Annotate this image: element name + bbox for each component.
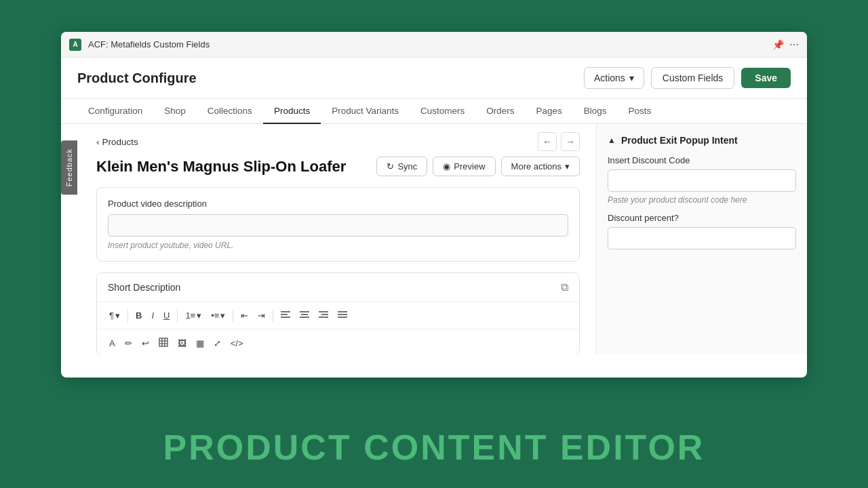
align-center-button[interactable] xyxy=(296,308,313,323)
outdent-icon: ⇤ xyxy=(241,310,248,321)
product-title: Klein Men's Magnus Slip-On Loafer xyxy=(96,158,346,176)
align-left-button[interactable] xyxy=(277,308,294,323)
undo-button[interactable]: ↩ xyxy=(138,336,153,351)
align-right-button[interactable] xyxy=(315,308,332,323)
breadcrumb-link-label: Products xyxy=(102,137,138,147)
paragraph-icon: ¶ xyxy=(109,310,114,321)
text-color-icon: A xyxy=(109,338,115,348)
italic-icon: I xyxy=(151,310,154,321)
align-right-icon xyxy=(319,310,328,321)
breadcrumb-back-arrow: ‹ xyxy=(96,137,100,147)
highlight-icon: ✏ xyxy=(125,338,132,348)
tab-collections[interactable]: Collections xyxy=(197,99,263,124)
browser-tab-title: ACF: Metafields Custom Fields xyxy=(88,39,766,49)
bottom-banner: PRODUCT CONTENT EDITOR xyxy=(0,407,868,488)
ordered-list-dropdown[interactable]: 1≡ ▾ xyxy=(181,308,205,323)
ol-arrow-icon: ▾ xyxy=(197,310,201,321)
right-section-title: Product Exit Popup Intent xyxy=(621,135,738,146)
tab-customers[interactable]: Customers xyxy=(410,99,475,124)
left-content: ‹ Products ← → xyxy=(80,124,596,354)
discount-percent-label: Discount percent? xyxy=(608,213,796,223)
align-left-icon xyxy=(281,310,290,321)
save-button[interactable]: Save xyxy=(741,68,791,88)
app-content: Product Configure Actions ▾ Custom Field… xyxy=(61,58,807,378)
pin-icon[interactable]: 📌 xyxy=(772,39,784,50)
product-actions: ↻ Sync ◉ Preview More actions ▾ xyxy=(376,157,580,176)
toolbar-sep-2 xyxy=(177,309,178,323)
prev-arrow-button[interactable]: ← xyxy=(538,132,557,151)
expand-button[interactable]: ⤢ xyxy=(210,336,225,351)
ul-icon: •≡ xyxy=(211,310,219,321)
actions-label: Actions xyxy=(594,73,625,83)
browser-controls: 📌 ⋯ xyxy=(772,39,799,50)
right-section-header: ▲ Product Exit Popup Intent xyxy=(608,135,796,146)
highlight-button[interactable]: ✏ xyxy=(121,336,136,351)
tab-blogs[interactable]: Blogs xyxy=(573,99,618,124)
editor-toolbar-row2: A ✏ ↩ xyxy=(97,329,579,354)
undo-icon: ↩ xyxy=(142,338,149,348)
actions-button[interactable]: Actions ▾ xyxy=(584,67,644,89)
save-label: Save xyxy=(755,73,777,83)
collapse-icon[interactable]: ▲ xyxy=(608,136,616,145)
tab-configuration[interactable]: Configuration xyxy=(77,99,153,124)
align-justify-icon xyxy=(338,310,347,321)
nav-arrows: ← → xyxy=(538,132,580,151)
more-actions-arrow-icon: ▾ xyxy=(565,161,570,171)
bold-button[interactable]: B xyxy=(132,308,146,323)
more-options-icon[interactable]: ⋯ xyxy=(789,39,799,50)
align-center-icon xyxy=(300,310,309,321)
unordered-list-dropdown[interactable]: •≡ ▾ xyxy=(207,308,229,323)
feedback-label[interactable]: Feedback xyxy=(61,140,77,195)
tab-posts[interactable]: Posts xyxy=(618,99,663,124)
more-actions-button[interactable]: More actions ▾ xyxy=(501,157,580,176)
italic-button[interactable]: I xyxy=(147,308,158,323)
svg-rect-12 xyxy=(159,338,167,346)
header-bar: Product Configure Actions ▾ Custom Field… xyxy=(61,58,807,99)
preview-button[interactable]: ◉ Preview xyxy=(433,157,495,176)
media-button[interactable]: ▦ xyxy=(192,336,208,351)
code-icon: </> xyxy=(231,338,243,348)
ol-icon: 1≡ xyxy=(185,310,195,321)
custom-fields-button[interactable]: Custom Fields xyxy=(651,67,734,89)
indent-button[interactable]: ⇥ xyxy=(254,308,269,323)
image-button[interactable]: 🖼 xyxy=(174,336,191,351)
prev-arrow-icon: ← xyxy=(542,136,552,147)
tab-pages[interactable]: Pages xyxy=(526,99,573,124)
short-desc-section: Short Description ⧉ ¶ ▾ B xyxy=(96,272,580,354)
copy-icon[interactable]: ⧉ xyxy=(561,281,568,293)
tab-products[interactable]: Products xyxy=(263,99,321,124)
feedback-sidebar[interactable]: Feedback xyxy=(61,140,77,195)
ul-arrow-icon: ▾ xyxy=(220,310,225,321)
discount-code-input[interactable] xyxy=(608,169,796,192)
table-icon xyxy=(159,338,168,349)
underline-icon: U xyxy=(163,310,170,321)
align-justify-button[interactable] xyxy=(334,308,351,323)
custom-fields-label: Custom Fields xyxy=(663,73,723,83)
media-icon: ▦ xyxy=(196,338,204,348)
short-desc-header: Short Description ⧉ xyxy=(97,273,579,302)
table-button[interactable] xyxy=(155,335,172,352)
toolbar-sep-4 xyxy=(273,309,273,323)
text-color-button[interactable]: A xyxy=(105,336,119,351)
discount-percent-input[interactable] xyxy=(608,227,796,249)
tab-shop[interactable]: Shop xyxy=(153,99,197,124)
breadcrumb[interactable]: ‹ Products xyxy=(96,137,138,147)
code-button[interactable]: </> xyxy=(226,336,248,351)
preview-icon: ◉ xyxy=(443,161,450,171)
underline-button[interactable]: U xyxy=(159,308,174,323)
sync-icon: ↻ xyxy=(387,161,394,171)
video-field-input[interactable] xyxy=(108,214,568,237)
video-field-section: Product video description Insert product… xyxy=(96,187,580,262)
bold-icon: B xyxy=(136,310,142,321)
tab-orders[interactable]: Orders xyxy=(475,99,525,124)
sync-button[interactable]: ↻ Sync xyxy=(376,157,427,176)
short-desc-label: Short Description xyxy=(108,282,180,293)
expand-icon: ⤢ xyxy=(214,338,221,348)
outdent-button[interactable]: ⇤ xyxy=(237,308,252,323)
browser-chrome: A ACF: Metafields Custom Fields 📌 ⋯ xyxy=(61,32,807,58)
tab-product-variants[interactable]: Product Variants xyxy=(321,99,410,124)
discount-code-label: Insert Discount Code xyxy=(608,155,796,165)
next-arrow-button[interactable]: → xyxy=(561,132,580,151)
left-panel: ‹ Products ← → xyxy=(61,124,597,354)
paragraph-style-dropdown[interactable]: ¶ ▾ xyxy=(105,308,124,323)
